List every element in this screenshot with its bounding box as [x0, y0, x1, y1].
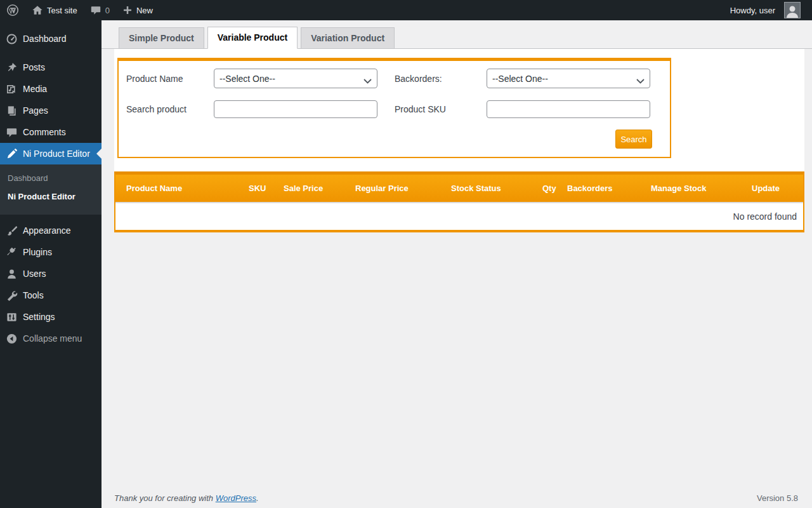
submenu-item-ni-product-editor[interactable]: Ni Product Editor — [0, 187, 102, 206]
comment-count: 0 — [105, 6, 110, 15]
collapse-menu-label: Collapse menu — [23, 333, 82, 344]
sidebar-item-plugins[interactable]: Plugins — [0, 241, 102, 263]
col-stock-status: Stock Status — [445, 175, 536, 203]
wordpress-logo-menu[interactable] — [0, 0, 25, 20]
plus-icon — [122, 5, 133, 15]
sidebar-item-users[interactable]: Users — [0, 263, 102, 284]
products-table: Product Name SKU Sale Price Regular Pric… — [115, 175, 803, 230]
sidebar-item-label: Ni Product Editor — [23, 149, 90, 159]
sidebar-item-comments[interactable]: Comments — [0, 121, 102, 143]
sidebar-item-media[interactable]: Media — [0, 78, 102, 100]
search-filter-box: Product Name --Select One-- Backorders: … — [117, 58, 671, 158]
col-product-name: Product Name — [115, 175, 242, 203]
sidebar-item-tools[interactable]: Tools — [0, 284, 102, 306]
sidebar-item-dashboard[interactable]: Dashboard — [0, 28, 102, 50]
submenu-item-dashboard[interactable]: Dashboard — [0, 169, 102, 187]
footer-thanks-text: Thank you for creating with WordPress. — [114, 493, 259, 503]
ni-product-editor-submenu: Dashboard Ni Product Editor — [0, 164, 102, 215]
tab-variation-product[interactable]: Variation Product — [301, 27, 395, 49]
sidebar-item-label: Appearance — [23, 225, 71, 236]
wordpress-logo-icon — [6, 4, 19, 17]
pages-icon — [5, 104, 18, 117]
product-name-label: Product Name — [122, 74, 214, 84]
collapse-arrow-icon — [5, 332, 18, 345]
howdy-user-menu[interactable]: Howdy, user — [724, 0, 807, 20]
menu-separator — [0, 50, 102, 57]
backorders-label: Backorders: — [395, 74, 487, 84]
products-table-wrap: Product Name SKU Sale Price Regular Pric… — [114, 171, 804, 232]
admin-footer: Thank you for creating with WordPress. V… — [114, 493, 806, 503]
product-sku-field-wrap — [487, 100, 652, 118]
col-manage-stock: Manage Stock — [645, 175, 745, 203]
tab-variable-product[interactable]: Variable Product — [207, 27, 298, 49]
search-product-input[interactable] — [214, 100, 377, 118]
tab-simple-product[interactable]: Simple Product — [119, 27, 204, 49]
wrench-icon — [5, 289, 18, 302]
main-content: Simple ProductVariable ProductVariation … — [102, 0, 812, 508]
sidebar-item-label: Tools — [23, 290, 44, 300]
sidebar-item-label: Media — [23, 84, 47, 94]
new-label: New — [136, 6, 153, 15]
user-avatar — [784, 2, 801, 18]
brush-icon — [5, 224, 18, 237]
sidebar-item-appearance[interactable]: Appearance — [0, 220, 102, 241]
wordpress-link[interactable]: WordPress — [216, 493, 256, 503]
user-icon — [5, 267, 18, 280]
table-header-row: Product Name SKU Sale Price Regular Pric… — [115, 175, 803, 203]
product-sku-label: Product SKU — [395, 104, 487, 114]
pushpin-icon — [5, 61, 18, 74]
comments-icon — [5, 126, 18, 138]
tab-content-panel: Product Name --Select One-- Backorders: … — [114, 49, 804, 232]
sidebar-item-label: Pages — [23, 105, 48, 116]
comments-bubble-menu[interactable]: 0 — [84, 0, 116, 20]
sidebar-item-label: Dashboard — [23, 34, 67, 44]
active-menu-arrow — [96, 149, 102, 159]
sidebar-item-label: Posts — [23, 62, 45, 72]
col-regular-price: Regular Price — [349, 175, 445, 203]
sidebar-item-label: Comments — [23, 127, 66, 137]
sidebar-item-label: Plugins — [23, 247, 52, 257]
col-sale-price: Sale Price — [277, 175, 349, 203]
dashboard-icon — [5, 32, 18, 45]
search-product-field-wrap — [214, 100, 395, 118]
comment-bubble-icon — [90, 4, 102, 16]
media-icon — [5, 83, 18, 95]
no-record-message: No record found — [115, 203, 803, 230]
version-text: Version 5.8 — [757, 493, 806, 503]
sidebar-item-settings[interactable]: Settings — [0, 306, 102, 328]
admin-bar: Test site 0 New Howdy, user — [0, 0, 812, 20]
backorders-select[interactable]: --Select One-- — [487, 69, 650, 88]
sliders-icon — [5, 311, 18, 323]
product-name-select-wrap: --Select One-- — [214, 69, 377, 88]
sidebar-item-label: Settings — [23, 312, 55, 322]
col-sku: SKU — [242, 175, 277, 203]
site-name-link[interactable]: Test site — [25, 0, 84, 20]
sidebar-item-posts[interactable]: Posts — [0, 57, 102, 78]
home-icon — [32, 4, 43, 16]
plugin-icon — [5, 246, 18, 258]
product-name-select[interactable]: --Select One-- — [214, 69, 377, 88]
product-sku-input[interactable] — [487, 100, 650, 118]
search-button[interactable]: Search — [615, 130, 652, 149]
sidebar-item-pages[interactable]: Pages — [0, 100, 102, 121]
backorders-select-wrap: --Select One-- — [487, 69, 650, 88]
col-qty: Qty — [536, 175, 561, 203]
product-type-tabs: Simple ProductVariable ProductVariation … — [102, 20, 812, 49]
sidebar-item-ni-product-editor[interactable]: Ni Product Editor — [0, 143, 102, 164]
empty-row: No record found — [115, 203, 803, 230]
col-backorders: Backorders — [561, 175, 645, 203]
admin-sidebar: Dashboard Posts Media Pages Comments Ni … — [0, 20, 102, 508]
col-update: Update — [745, 175, 803, 203]
sidebar-item-label: Users — [23, 269, 46, 279]
search-button-row: Search — [122, 130, 652, 149]
collapse-menu-button[interactable]: Collapse menu — [0, 328, 102, 349]
pencil-icon — [5, 147, 18, 160]
site-name-label: Test site — [47, 6, 77, 15]
howdy-label: Howdy, user — [730, 6, 775, 15]
search-product-label: Search product — [122, 104, 214, 114]
new-content-menu[interactable]: New — [116, 0, 159, 20]
